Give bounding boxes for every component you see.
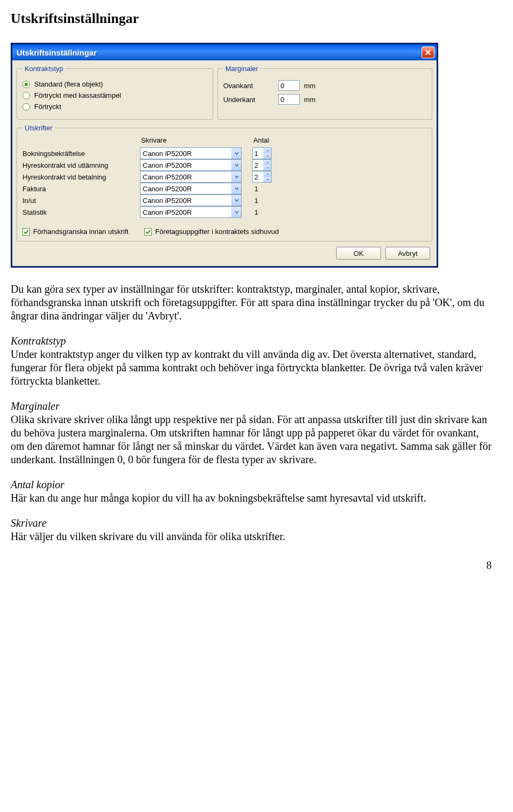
company-checkbox[interactable]: Företagsuppgifter i kontraktets sidhuvud [144, 228, 278, 236]
page-title: Utskriftsinställningar [11, 11, 492, 27]
radio-label: Standard (flera objekt) [34, 80, 103, 88]
radio-label: Förtryckt med kassastämpel [34, 91, 121, 99]
printer-combobox[interactable]: Canon iP5200R [140, 159, 242, 171]
underkant-label: Underkant [223, 96, 274, 104]
chevron-down-icon [263, 177, 271, 182]
print-row: FakturaCanon iP5200R1 [22, 183, 426, 194]
chevron-up-icon [263, 171, 271, 177]
count-spinner[interactable]: 2 [252, 159, 271, 171]
marginaler-paragraph: MarginalerOlika skrivare skriver olika l… [11, 400, 492, 466]
ovankant-label: Ovankant [223, 82, 274, 90]
count-spinner[interactable]: 2 [252, 171, 271, 183]
print-row: StatistikCanon iP5200R1 [22, 206, 426, 218]
utskrifter-group: Utskrifter Skrivare Antal Bokningsbekräf… [17, 124, 432, 241]
radio-label: Förtryckt [34, 103, 61, 111]
print-row-label: In/ut [22, 197, 140, 205]
chevron-down-icon [231, 195, 241, 206]
radio-item[interactable]: Standard (flera objekt) [22, 80, 207, 88]
marginaler-group: Marginaler Ovankant mm Underkant mm [217, 65, 432, 120]
titlebar-text: Utskriftsinställningar [17, 48, 422, 57]
close-button[interactable] [422, 46, 434, 58]
checkbox-label: Förhandsgranska innan utskrift [33, 228, 128, 236]
printer-value: Canon iP5200R [141, 161, 231, 169]
print-row-label: Hyreskontrakt vid utlämning [22, 161, 140, 169]
antal-paragraph: Antal kopiorHär kan du ange hur många ko… [11, 478, 492, 505]
chevron-down-icon [263, 165, 271, 170]
print-row: In/utCanon iP5200R1 [22, 194, 426, 206]
radio-icon [22, 81, 30, 88]
print-row-label: Statistik [22, 208, 140, 216]
printer-combobox[interactable]: Canon iP5200R [140, 147, 242, 159]
print-header: Skrivare Antal [22, 136, 426, 144]
printer-value: Canon iP5200R [141, 150, 231, 158]
printer-value: Canon iP5200R [141, 185, 231, 193]
kontraktstyp-legend: Kontraktstyp [22, 65, 65, 73]
printer-combobox[interactable]: Canon iP5200R [140, 206, 242, 218]
radio-icon [22, 103, 30, 111]
printer-value: Canon iP5200R [141, 197, 231, 205]
antal-header: Antal [252, 136, 279, 144]
chevron-down-icon [231, 160, 241, 170]
intro-paragraph: Du kan göra sex typer av inställningar f… [11, 283, 492, 323]
page-number: 8 [11, 559, 492, 572]
count-value: 2 [253, 160, 263, 170]
close-icon [425, 49, 431, 56]
skrivare-paragraph: SkrivareHär väljer du vilken skrivare du… [11, 517, 492, 543]
printer-combobox[interactable]: Canon iP5200R [140, 171, 242, 183]
radio-item[interactable]: Förtryckt [22, 103, 207, 111]
chevron-down-icon [231, 183, 241, 194]
chevron-down-icon [231, 207, 241, 217]
utskrifter-legend: Utskrifter [22, 124, 55, 132]
chevron-down-icon [231, 171, 241, 182]
dialog-window: Utskriftsinställningar Kontraktstyp Stan… [11, 43, 438, 268]
print-row: Hyreskontrakt vid utlämningCanon iP5200R… [22, 159, 426, 171]
printer-combobox[interactable]: Canon iP5200R [140, 194, 242, 206]
count-spinner[interactable]: 1 [252, 147, 271, 159]
checkmark-icon [22, 228, 30, 236]
unit-label: mm [304, 82, 316, 90]
avbryt-button[interactable]: Avbryt [385, 247, 430, 260]
count-value: 1 [252, 185, 258, 193]
count-value: 1 [253, 148, 263, 159]
radio-item[interactable]: Förtryckt med kassastämpel [22, 91, 207, 99]
count-value: 2 [253, 171, 263, 182]
skrivare-header: Skrivare [140, 136, 247, 144]
checkmark-icon [144, 228, 152, 236]
body-text: Du kan göra sex typer av inställningar f… [11, 283, 492, 543]
count-value: 1 [252, 208, 258, 216]
printer-value: Canon iP5200R [141, 173, 231, 181]
marginaler-legend: Marginaler [223, 65, 260, 73]
printer-combobox[interactable]: Canon iP5200R [140, 183, 242, 194]
unit-label: mm [304, 96, 316, 104]
radio-icon [22, 92, 30, 99]
print-row: BokningsbekräftelseCanon iP5200R1 [22, 147, 426, 159]
print-row-label: Bokningsbekräftelse [22, 150, 140, 158]
kontraktstyp-paragraph: KontraktstypUnder kontraktstyp anger du … [11, 334, 492, 388]
chevron-down-icon [231, 148, 241, 159]
titlebar: Utskriftsinställningar [12, 44, 437, 60]
kontraktstyp-group: Kontraktstyp Standard (flera objekt) För… [17, 65, 213, 120]
print-row-label: Hyreskontrakt vid betalning [22, 173, 140, 181]
printer-value: Canon iP5200R [141, 208, 231, 216]
checkbox-label: Företagsuppgifter i kontraktets sidhuvud [155, 228, 278, 236]
print-row-label: Faktura [22, 185, 140, 193]
chevron-up-icon [263, 160, 271, 165]
chevron-up-icon [263, 148, 271, 153]
print-row: Hyreskontrakt vid betalningCanon iP5200R… [22, 171, 426, 183]
ok-button[interactable]: OK [336, 247, 381, 260]
ovankant-input[interactable] [278, 80, 300, 91]
count-value: 1 [252, 197, 258, 205]
chevron-down-icon [263, 153, 271, 159]
preview-checkbox[interactable]: Förhandsgranska innan utskrift [22, 228, 128, 236]
underkant-input[interactable] [278, 94, 300, 105]
